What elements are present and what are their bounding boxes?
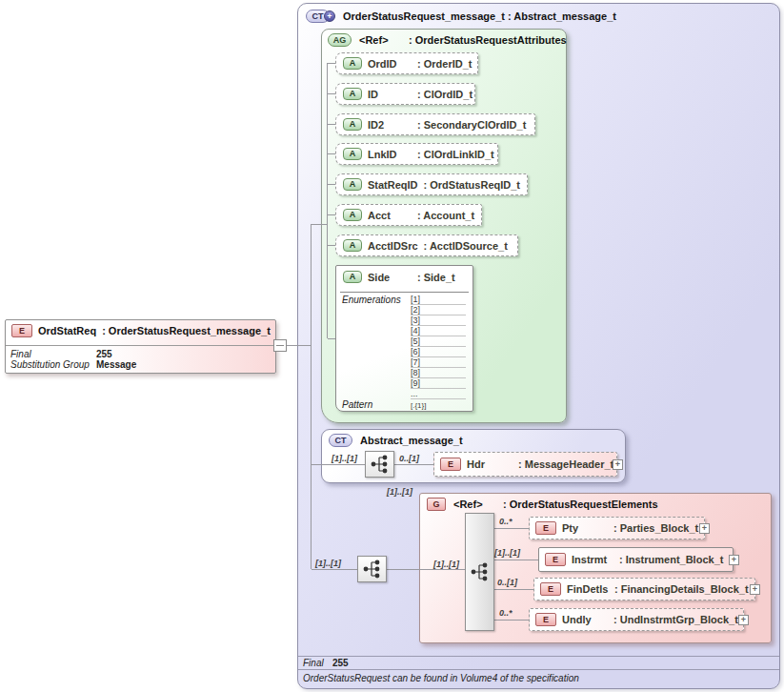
element-name: Hdr	[467, 458, 513, 470]
element-pty[interactable]: E Pty : Parties_Block_t	[529, 517, 705, 539]
facet-separator	[340, 292, 469, 293]
facet-separator	[6, 345, 275, 346]
attribute-type: : ClOrdLinkID_t	[417, 149, 494, 160]
pattern-value: [.{1}]	[411, 401, 426, 410]
enum-value: [4]	[411, 326, 466, 336]
complex-type-title: OrderStatusRequest_message_t : Abstract_…	[343, 10, 616, 22]
pattern-label: Pattern	[342, 399, 372, 410]
trunk-line	[311, 224, 312, 569]
expand-button[interactable]: +	[750, 584, 760, 595]
final-value: 255	[96, 349, 112, 359]
attribute-lnkid[interactable]: A LnkID : ClOrdLinkID_t	[335, 143, 498, 165]
enum-value: [2]	[411, 305, 466, 315]
attribute-name: StatReqID	[368, 179, 418, 191]
footer-separator	[298, 669, 779, 670]
footer-separator	[298, 656, 779, 657]
cardinality-label: [1]..[1]	[315, 559, 341, 568]
element-name: Pty	[562, 522, 608, 534]
attribute-id2[interactable]: A ID2 : SecondaryClOrdID_t	[335, 113, 535, 135]
attribute-spine-line	[327, 63, 328, 338]
element-name: FinDetls	[567, 583, 609, 595]
expand-button[interactable]: +	[613, 459, 623, 470]
attribute-type: : OrdStatusReqID_t	[424, 179, 520, 191]
element-icon: E	[440, 458, 461, 471]
element-name: Instrmt	[572, 554, 613, 565]
attribute-name: AcctIDSrc	[368, 240, 418, 252]
ag-connector-line	[312, 224, 328, 225]
sequence-icon[interactable]	[357, 556, 387, 582]
enum-value: [8]	[411, 368, 466, 378]
element-hdr[interactable]: E Hdr : MessageHeader_t	[433, 452, 617, 477]
collapse-handle[interactable]	[273, 339, 287, 352]
attribute-icon: A	[343, 209, 362, 221]
attribute-name: Acct	[368, 210, 412, 221]
attribute-icon: A	[343, 271, 362, 283]
enum-value: [7]	[411, 357, 466, 368]
attribute-type: : SecondaryClOrdID_t	[417, 119, 526, 131]
element-icon: E	[540, 582, 561, 596]
substitution-group-value: Message	[96, 359, 136, 370]
cardinality-label: 0..*	[499, 608, 513, 618]
attribute-acct[interactable]: A Acct : Account_t	[335, 204, 482, 226]
global-element-ordstatreq[interactable]: E OrdStatReq : OrderStatusRequest_messag…	[5, 319, 276, 374]
attribute-acctidsrc[interactable]: A AcctIDSrc : AcctIDSource_t	[335, 234, 518, 256]
undly-line	[494, 620, 529, 621]
attr-stub	[328, 214, 335, 215]
attribute-statreqid[interactable]: A StatReqID : OrdStatusReqID_t	[335, 173, 528, 195]
attribute-icon: A	[343, 118, 362, 131]
expand-button[interactable]: +	[699, 523, 710, 534]
cardinality-label: [1]..[1]	[387, 487, 412, 497]
final-label: Final	[10, 349, 31, 359]
attribute-icon: A	[343, 88, 362, 100]
attribute-name: LnkID	[368, 149, 412, 160]
attribute-type: : Account_t	[417, 210, 474, 221]
element-instrmt[interactable]: E Instrmt : Instrument_Block_t	[538, 547, 734, 572]
group-type: : OrderStatusRequestElements	[503, 499, 658, 510]
attribute-name: OrdID	[368, 58, 412, 70]
attribute-ordid[interactable]: A OrdID : OrderID_t	[335, 52, 478, 74]
element-type: : OrderStatusRequest_message_t	[102, 325, 271, 336]
abstract-left-line	[312, 464, 365, 465]
attribute-group-ref: <Ref>	[359, 34, 409, 46]
attribute-icon: A	[343, 57, 362, 70]
enum-value: [5]	[411, 336, 466, 347]
attribute-name: ID2	[368, 119, 412, 131]
cardinality-label: [1]..[1]	[433, 560, 459, 569]
cardinality-label: 0..*	[499, 517, 513, 526]
attribute-name: ID	[368, 89, 412, 100]
attribute-type: : ClOrdID_t	[417, 89, 472, 100]
schema-diagram: CT+ OrderStatusRequest_message_t : Abstr…	[0, 0, 784, 692]
cardinality-label: [1]..[1]	[332, 454, 357, 463]
expand-button[interactable]: +	[738, 615, 749, 625]
element-name: Undly	[562, 614, 608, 625]
attr-stub	[328, 153, 335, 154]
element-icon: E	[545, 553, 566, 566]
element-findetls[interactable]: E FinDetls : FinancingDetails_Block_t	[533, 578, 755, 600]
element-undly[interactable]: E Undly : UndInstrmtGrp_Block_t	[529, 608, 744, 631]
attribute-icon: A	[343, 178, 362, 191]
cardinality-label: 0..[1]	[399, 454, 419, 463]
element-icon: E	[535, 521, 556, 535]
abstract-complex-type-icon: CT	[329, 434, 352, 447]
derived-plus-icon: +	[324, 10, 335, 22]
sequence-bar[interactable]	[465, 513, 494, 631]
attribute-id[interactable]: A ID : ClOrdID_t	[335, 83, 475, 105]
attribute-side[interactable]: A Side : Side_t Enumerations [1] [2] [3]…	[335, 265, 473, 412]
pty-line	[494, 528, 529, 529]
findetls-line	[494, 589, 533, 590]
substitution-group-label: Substitution Group	[10, 359, 90, 370]
expand-button[interactable]: +	[729, 555, 739, 565]
attribute-group-type: : OrderStatusRequestAttributes	[409, 34, 567, 46]
sequence-icon[interactable]	[365, 451, 394, 478]
attribute-type: : OrderID_t	[417, 58, 472, 70]
enum-value: [6]	[411, 347, 466, 357]
attr-stub	[328, 338, 335, 339]
cardinality-label: 0..[1]	[497, 578, 517, 587]
abstract-message-title: Abstract_message_t	[360, 435, 463, 446]
element-connector-line	[287, 345, 311, 346]
element-icon: E	[11, 324, 32, 337]
attr-stub	[328, 63, 335, 64]
attribute-type: : AcctIDSource_t	[424, 240, 508, 252]
attribute-icon: A	[343, 239, 362, 252]
attr-stub	[328, 184, 335, 185]
